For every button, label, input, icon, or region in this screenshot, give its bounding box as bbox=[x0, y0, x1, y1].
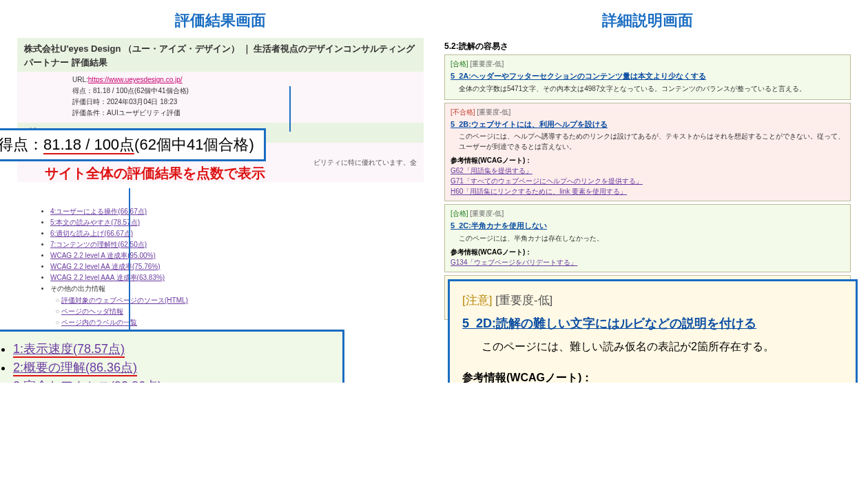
detail-callout: [注意] [重要度-低] 5_2D:読解の難しい文字にはルビなどの説明を付ける … bbox=[448, 279, 858, 383]
toc-link[interactable]: 4:ユーザーによる操作(66.67点) bbox=[50, 208, 147, 215]
meta-block: URL:https://www.ueyesdesign.co.jp/ 得点：81… bbox=[17, 72, 424, 123]
toc-link[interactable]: WCAG 2.2 level A 達成率(95.00%) bbox=[50, 252, 156, 259]
toc-link[interactable]: 5:本文の読みやすさ(78.57点) bbox=[50, 219, 140, 226]
ref-link[interactable]: G62「用語集を提供する」 bbox=[451, 167, 533, 174]
rule-box-pass: [合格] [重要度-低] 5_2C:半角カナを使用しない このページには、半角カ… bbox=[444, 204, 851, 272]
category-link[interactable]: 1:表示速度(78.57点) bbox=[13, 342, 125, 358]
importance-badge: [重要度-低] bbox=[470, 210, 504, 217]
rule-desc: 全体の文字数は5471文字、その内本文は4987文字となっている。コンテンツのバ… bbox=[451, 82, 845, 95]
ref-heading: 参考情報(WCAGノート)： bbox=[451, 247, 845, 257]
url-link[interactable]: https://www.ueyesdesign.co.jp/ bbox=[88, 76, 183, 83]
toc-link[interactable]: 6:適切な読み上げ(66.67点) bbox=[50, 230, 133, 237]
category-link[interactable]: 2:概要の理解(86.36点) bbox=[13, 361, 137, 376]
annotation-score: サイト全体の評価結果を点数で表示 bbox=[45, 164, 265, 183]
connector-line bbox=[289, 86, 291, 132]
importance-badge: [重要度-低] bbox=[470, 60, 504, 68]
ref-heading: 参考情報(WCAGノート)： bbox=[462, 367, 843, 383]
rule-desc: このページには、ヘルプへ誘導するためのリンクは設けてあるが、テキストからはそれを… bbox=[451, 130, 845, 153]
rule-link[interactable]: 5_2B:ウェブサイトには、利用ヘルプを設ける bbox=[451, 120, 608, 128]
rule-box-fail: [不合格] [重要度-低] 5_2B:ウェブサイトには、利用ヘルプを設ける この… bbox=[444, 103, 851, 202]
toc-other-head: その他の出力情報 bbox=[50, 285, 105, 292]
rule-box-pass: [合格] [重要度-低] 5_2A:ヘッダーやフッターセクションのコンテンツ量は… bbox=[444, 54, 851, 100]
right-column-title: 詳細説明画面 bbox=[444, 10, 851, 31]
status-badge: [注意] bbox=[462, 294, 492, 307]
score-label: 得点： bbox=[0, 136, 43, 153]
category-link[interactable]: 3:完全なアクセス(92.86点) bbox=[13, 379, 162, 383]
category-callout: 1:表示速度(78.57点) 2:概要の理解(86.36点) 3:完全なアクセス… bbox=[0, 330, 344, 383]
importance-badge: [重要度-低] bbox=[477, 108, 510, 116]
section-heading: 5.2:読解の容易さ bbox=[444, 38, 851, 54]
score-callout: 得点：81.18 / 100点(62個中41個合格) bbox=[0, 128, 266, 161]
toc-sub-link[interactable]: ページ内のラベルの一覧 bbox=[61, 319, 137, 326]
left-column-title: 評価結果画面 bbox=[17, 10, 424, 31]
url-label: URL: bbox=[72, 76, 88, 83]
detail-panel: 5.2:読解の容易さ [合格] [重要度-低] 5_2A:ヘッダーやフッターセク… bbox=[444, 38, 851, 320]
connector-line bbox=[129, 188, 130, 333]
toc-sub-link[interactable]: 評価対象のウェブページのソース(HTML) bbox=[61, 296, 188, 304]
site-title: 株式会社U'eyes Design （ユー・アイズ・デザイン） ｜ 生活者視点の… bbox=[24, 42, 417, 69]
rule-link[interactable]: 5_2C:半角カナを使用しない bbox=[451, 221, 547, 230]
cond-meta: 評価条件：AUIユーザビリティ評価 bbox=[72, 108, 417, 119]
status-badge: [不合格] bbox=[451, 108, 475, 116]
status-badge: [合格] bbox=[451, 60, 468, 68]
ref-link[interactable]: G71「すべてのウェブページにヘルプへのリンクを提供する」 bbox=[451, 177, 643, 185]
toc-link[interactable]: 7:コンテンツの理解性(62.50点) bbox=[50, 241, 147, 248]
status-badge: [合格] bbox=[451, 210, 468, 217]
rule-desc: このページには、半角カナは存在しなかった。 bbox=[451, 232, 845, 245]
ref-heading: 参考情報(WCAGノート)： bbox=[451, 155, 845, 165]
toc-sub-link[interactable]: ページのヘッダ情報 bbox=[61, 307, 123, 315]
score-value: 81.18 / 100点 bbox=[43, 136, 134, 154]
date-meta: 評価日時：2024年03月04日 18:23 bbox=[72, 97, 417, 108]
score-suffix: (62個中41個合格) bbox=[134, 136, 254, 153]
toc-link[interactable]: WCAG 2.2 level AA 達成率(75.76%) bbox=[50, 263, 161, 270]
importance-badge: [重要度-低] bbox=[495, 294, 552, 307]
ref-link[interactable]: G134「ウェブページをバリデートする」 bbox=[451, 259, 577, 266]
rule-desc: このページには、難しい読み仮名の表記が2箇所存在する。 bbox=[462, 335, 843, 367]
score-meta: 得点：81.18 / 100点(62個中41個合格) bbox=[72, 85, 417, 97]
rule-link[interactable]: 5_2A:ヘッダーやフッターセクションのコンテンツ量は本文より少なくする bbox=[451, 72, 706, 80]
ref-link[interactable]: H60「用語集にリンクするために、link 要素を使用する」 bbox=[451, 188, 627, 195]
evaluation-result-panel: 株式会社U'eyes Design （ユー・アイズ・デザイン） ｜ 生活者視点の… bbox=[17, 38, 424, 376]
rule-link[interactable]: 5_2D:読解の難しい文字にはルビなどの説明を付ける bbox=[462, 316, 756, 330]
toc-link[interactable]: WCAG 2.2 level AAA 達成率(63.83%) bbox=[50, 274, 165, 281]
